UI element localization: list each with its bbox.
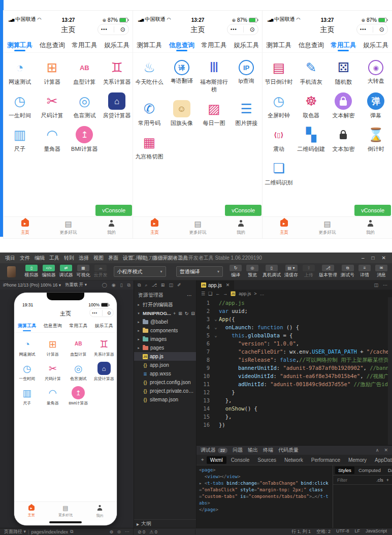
tool-item[interactable]: ⟨▯⟩震动 [263,126,295,153]
tabbar-item-home[interactable]: 主页 [263,219,306,236]
devtools-tab-Memory[interactable]: Memory [345,456,370,464]
tool-item[interactable]: ✂尺码计算 [40,362,66,382]
toolbar-button-消息[interactable]: ✉消息 [375,265,388,278]
toolbar-button-可视化[interactable]: ▦可视化 [77,265,90,278]
tree-item-app.wxss[interactable]: ≣app.wxss [134,369,196,378]
tool-item[interactable]: Ⅲ福布斯排行榜 [198,59,231,93]
tool-item[interactable]: ◠量角器 [40,386,66,406]
tabbar-item-mine[interactable]: 我的 [349,219,392,236]
menu-转到[interactable]: 转到 [64,255,74,262]
debugger-section-终端[interactable]: 终端 [263,447,273,454]
open-editors-section[interactable]: ▸打开的编辑器 [134,300,196,309]
tool-item[interactable]: ◷一生时间 [4,92,36,119]
tree-item-@babel[interactable]: ▸@babel [134,318,196,326]
tab-娱乐工具[interactable]: 娱乐工具 [101,37,133,52]
devtools-tab-Wxml[interactable]: Wxml [207,456,226,464]
tab-测算工具[interactable]: 测算工具 [263,37,295,52]
wxml-line[interactable]: <view></view> [199,474,330,480]
close-icon[interactable]: ✕ [226,282,230,288]
tool-item[interactable]: IPIp查询 [230,59,263,93]
tree-item-project.private.config.js…[interactable]: {}project.private.config.js… [134,387,196,395]
tool-item[interactable]: ◷全屏时钟 [263,92,295,119]
tabbar-item-home[interactable]: 主页 [4,219,47,236]
tool-item[interactable]: ◷一生时间 [14,362,40,382]
debugger-section-输出[interactable]: 输出 [248,447,258,454]
add-class-icon[interactable]: + [386,478,389,483]
toolbar-button-编辑器[interactable]: </>编辑器 [42,265,56,278]
brush-icon[interactable]: ✐ [177,282,181,288]
code-editor[interactable]: 1//app.js2var uuid;3⌄App({4⌄ onLaunch: f… [197,297,392,445]
tabbar-item-home[interactable]: 主页 [133,219,176,236]
copy-icon[interactable]: ⧉ [70,529,73,534]
devtools-tab-Console[interactable]: Console [227,456,253,464]
tool-item[interactable]: ✂尺码计算 [36,92,69,119]
split-editor-icon[interactable]: ◫ [374,282,378,288]
debugger-section-代码质量[interactable]: 代码质量 [278,447,299,454]
tabbar-item-more-fun[interactable]: ▤更多好玩 [48,505,82,518]
menu-界面[interactable]: 界面 [108,255,118,262]
maximize-button[interactable]: □ [372,255,375,261]
tool-item[interactable]: ⊞计算器 [40,337,66,357]
tab-信息查询[interactable]: 信息查询 [166,37,198,52]
tree-item-project.config.json[interactable]: {}project.config.json [134,378,196,387]
tree-item-components[interactable]: ▸components [134,326,196,335]
hot-reload-toggle[interactable]: 热重载 开 ▾ [65,282,87,288]
debugger-section-问题[interactable]: 问题 [233,447,243,454]
tabbar-item-more-fun[interactable]: ▤更多好玩 [306,219,349,236]
tool-item[interactable]: ◔网速测试 [4,59,36,86]
perf-icon[interactable]: ◍ [110,529,113,534]
wxml-line[interactable]: <page> [199,467,330,474]
tab-娱乐工具[interactable]: 娱乐工具 [230,37,263,52]
errors-count[interactable]: ⊘ 0 [138,529,145,534]
float-window-icon[interactable]: ⧉ [127,282,130,288]
styles-tab-Styles[interactable]: Styles [335,466,354,474]
tool-item[interactable]: ↥BMI计算器 [66,386,91,406]
tab-常用工具[interactable]: 常用工具 [198,37,231,52]
tool-item[interactable]: 译粤语翻译 [166,59,198,93]
editor-tab-appjs[interactable]: JS app.js ✕ [197,280,234,290]
back-icon[interactable]: ← [215,291,220,296]
project-root[interactable]: ▾MINIPROG...+⊞↻⊟ [134,309,196,318]
menu-工具[interactable]: 工具 [49,255,59,262]
cursor-position[interactable]: 行 1, 列 1 [291,528,311,535]
tab-娱乐工具[interactable]: 娱乐工具 [360,37,392,52]
devtools-tab-Performance[interactable]: Performance [308,456,344,464]
close-icon[interactable]: ✕ [384,448,388,453]
rotate-icon[interactable]: ◯ [102,282,107,288]
toolbar-button-真机调试[interactable]: ▯真机调试 [263,265,281,278]
capsule-menu[interactable]: •••⊙ [227,24,258,35]
page-path-select[interactable]: 页面路径 ▾ [4,528,26,535]
tool-item[interactable]: ⚄随机数 [328,59,360,86]
warnings-count[interactable]: ⚠ 0 [149,529,157,534]
collapse-icon[interactable]: ∧ [376,448,379,453]
menu-编辑[interactable]: 编辑 [35,255,45,262]
minimize-button[interactable]: – [362,255,365,261]
devtools-tab-Network[interactable]: Network [281,456,307,464]
new-file-icon[interactable]: + [173,311,176,316]
tool-item[interactable]: ♊关系计算器 [101,59,133,86]
extensions-icon[interactable]: ⊞ [161,282,165,288]
toolbar-button-模拟器[interactable]: ▯模拟器 [25,265,39,278]
devtools-tab-Sources[interactable]: Sources [254,456,280,464]
forward-icon[interactable]: → [223,291,227,296]
tab-信息查询[interactable]: 信息查询 [36,37,69,52]
tool-item[interactable]: ☸取色器 [295,92,328,119]
tabbar-item-mine[interactable]: 我的 [83,505,117,518]
tool-item[interactable]: ◎色盲测试 [66,362,91,382]
wxml-line[interactable]: </page> [199,507,330,513]
outline-section[interactable]: ▸ 大纲 [134,519,196,528]
tree-item-sitemap.json[interactable]: {}sitemap.json [134,395,196,404]
tree-item-app.json[interactable]: {}app.json [134,361,196,369]
tabbar-item-more-fun[interactable]: ▤更多好玩 [176,219,219,236]
tool-item[interactable]: ☰图片拼接 [230,100,263,127]
tool-item[interactable]: ◔网速测试 [14,337,40,357]
tool-item[interactable]: ▨每日一图 [198,100,231,127]
tool-item[interactable]: ⌂房贷计算器 [91,362,117,382]
compile-select[interactable]: 普通编译 ▾ [176,266,223,277]
styles-tab-Dataset[interactable]: Dataset [385,466,392,474]
more-icon[interactable]: ⋯ [125,529,129,534]
indent-setting[interactable]: 空格: 2 [316,528,331,535]
menu-视图[interactable]: 视图 [93,255,104,262]
tool-item[interactable]: 文本解密 [328,92,360,119]
list-icon[interactable]: ☰ [201,291,205,296]
